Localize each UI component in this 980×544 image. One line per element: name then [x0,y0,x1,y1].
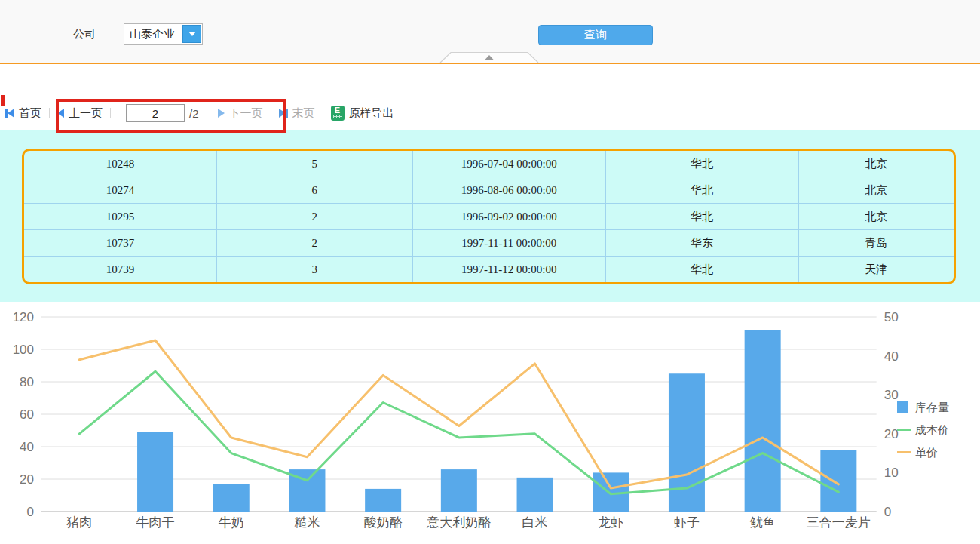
category-label: 鱿鱼 [750,515,776,530]
table-row[interactable]: 1073931997-11-12 00:00:00华北天津 [24,257,954,282]
table-cell: 北京 [799,177,954,203]
table-cell: 6 [217,177,413,203]
table-cell: 华北 [606,151,799,177]
category-label: 三合一麦片 [807,515,871,530]
category-label: 糙米 [294,515,320,530]
company-select[interactable]: 山泰企业 [124,23,203,45]
right-axis-tick-label: 20 [884,427,899,441]
table-cell: 1997-11-12 00:00:00 [413,257,606,282]
next-page-label: 下一页 [229,106,263,121]
table-row[interactable]: 1029521996-09-02 00:00:00华北北京 [24,204,954,230]
category-label: 酸奶酪 [364,515,403,530]
page-number-input[interactable] [126,104,185,122]
table-cell: 3 [217,257,413,282]
bar-鱿鱼 [745,330,781,512]
right-axis-tick-label: 30 [884,388,899,402]
next-page-button[interactable]: 下一页 [218,106,263,121]
order-detail-table: 1024851996-07-04 00:00:00华北北京1027461996-… [22,149,956,284]
company-select-dropdown-button[interactable] [182,25,201,43]
toolbar-separator [49,108,50,118]
category-label: 白米 [522,515,548,530]
export-label: 原样导出 [349,106,394,121]
query-button[interactable]: 查询 [538,25,653,45]
export-button[interactable]: E 原样导出 [331,106,394,121]
next-page-icon [218,109,225,118]
inventory-price-chart: 02040608010012001020304050猪肉牛肉干牛奶糙米酸奶酪意大… [0,302,980,544]
legend-swatch-库存量 [897,401,908,413]
prev-page-label: 上一页 [69,106,103,121]
excel-export-icon: E [331,106,345,121]
table-cell: 5 [217,151,413,177]
legend-label-单价: 单价 [915,446,938,459]
table-cell: 10274 [24,177,217,203]
toolbar-separator [271,108,271,118]
table-cell: 北京 [799,204,954,229]
table-cell: 1996-07-04 00:00:00 [413,151,606,177]
company-label: 公司 [73,27,96,41]
annotation-red-tick [1,95,5,106]
right-axis-tick-label: 10 [884,466,899,480]
bar-三合一麦片 [820,450,856,512]
last-page-label: 末页 [292,106,315,121]
right-axis-tick-label: 50 [884,310,899,324]
table-cell: 华北 [606,204,799,229]
table-cell: 天津 [799,257,954,282]
prev-page-icon [57,109,64,118]
table-row[interactable]: 1073721997-11-11 00:00:00华东青岛 [24,230,954,257]
toolbar-separator [110,108,111,118]
collapse-handle[interactable] [439,51,539,63]
category-label: 龙虾 [598,515,623,530]
table-cell: 华北 [606,257,799,282]
bar-虾子 [669,373,705,512]
table-cell: 1996-09-02 00:00:00 [413,204,606,229]
chart-canvas: 02040608010012001020304050猪肉牛肉干牛奶糙米酸奶酪意大… [0,302,980,544]
table-cell: 2 [217,204,413,229]
last-page-button[interactable]: 末页 [279,106,315,121]
toolbar-separator [323,108,323,118]
right-axis-tick-label: 0 [884,505,891,519]
toolbar-separator [210,108,210,118]
legend-swatch-单价 [897,451,911,453]
table-cell: 10737 [24,230,217,256]
pagination-toolbar: 首页 上一页 /2 下一页 末页 E 原样导出 [0,97,980,131]
bar-牛奶 [213,484,250,512]
category-label: 猪肉 [66,515,92,530]
left-axis-tick-label: 0 [27,505,34,519]
legend-swatch-成本价 [897,429,911,431]
table-cell: 10739 [24,257,217,282]
table-row[interactable]: 1024851996-07-04 00:00:00华北北京 [24,151,954,177]
chevron-down-icon [188,32,196,36]
table-row[interactable]: 1027461996-08-06 00:00:00华北北京 [24,177,954,204]
table-cell: 华北 [606,177,799,203]
prev-page-button[interactable]: 上一页 [57,106,103,121]
bar-白米 [517,478,553,512]
category-label: 牛肉干 [136,515,175,530]
first-page-button[interactable]: 首页 [5,106,41,121]
table-cell: 华东 [606,230,799,256]
last-page-icon [279,109,288,118]
table-cell: 1997-11-11 00:00:00 [413,230,606,256]
left-axis-tick-label: 80 [20,375,34,389]
table-cell: 10295 [24,204,217,229]
legend-label-库存量: 库存量 [915,401,949,413]
left-axis-tick-label: 20 [20,472,34,487]
table-cell: 2 [217,230,413,256]
first-page-label: 首页 [19,106,41,121]
page-total-label: /2 [189,107,199,120]
right-axis-tick-label: 40 [884,349,899,364]
bar-酸奶酪 [365,489,401,512]
table-cell: 1996-08-06 00:00:00 [413,177,606,203]
left-axis-tick-label: 60 [20,407,34,422]
bar-意大利奶酪 [441,469,477,512]
company-select-value: 山泰企业 [124,27,182,41]
collapse-handle-shape [439,51,539,63]
category-label: 虾子 [674,515,700,530]
left-axis-tick-label: 40 [20,440,34,454]
table-cell: 10248 [24,151,217,177]
legend-label-成本价: 成本价 [915,423,949,436]
table-cell: 北京 [799,151,954,177]
table-cell: 青岛 [799,230,954,256]
bar-牛肉干 [137,432,173,512]
first-page-icon [5,109,14,118]
category-label: 牛奶 [219,515,244,530]
